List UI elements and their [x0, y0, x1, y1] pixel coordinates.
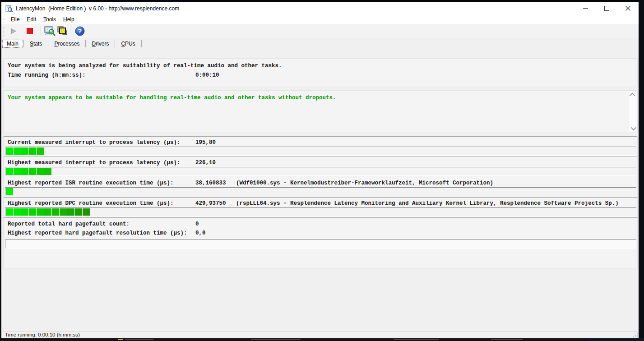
close-icon: [625, 6, 630, 11]
resize-grip[interactable]: [633, 333, 638, 337]
pagefault-stats-block: Reported total hard pagefault count: 0 H…: [4, 217, 637, 250]
suitability-message-panel: Your system appears to be suitable for h…: [3, 90, 638, 133]
maximize-button[interactable]: [596, 2, 617, 15]
pagefault-time-value: 0,0: [195, 230, 206, 236]
bar-segment: [37, 147, 44, 155]
chevron-down-icon: [631, 125, 637, 131]
time-running-label: Time running (h:mm:ss):: [8, 72, 86, 78]
taskbar-fragment: [394, 339, 439, 340]
latency-bar: [5, 207, 636, 217]
analysis-status-text: Your system is being analyzed for suitab…: [8, 63, 282, 69]
pagefault-count-label: Reported total hard pagefault count:: [8, 221, 130, 227]
message-scrollbar[interactable]: [629, 91, 637, 132]
scroll-down-button[interactable]: [629, 124, 637, 132]
taskbar-fragment: [118, 339, 123, 340]
taskbar-fragment: [125, 339, 153, 340]
stop-icon: [27, 28, 33, 34]
bar-segment: [6, 208, 13, 216]
suitability-message: Your system appears to be suitable for h…: [8, 95, 336, 101]
bar-segment: [29, 147, 36, 155]
processors-button[interactable]: [56, 25, 69, 37]
menu-help[interactable]: Help: [60, 15, 78, 23]
status-bar: Time running: 0:00:10 (h:mm:ss): [1, 331, 639, 338]
measurement-label: Highest reported ISR routine execution t…: [8, 180, 174, 186]
bar-segment: [67, 208, 74, 216]
analysis-info-panel: Your system is being analyzed for suitab…: [3, 58, 638, 87]
tab-stats[interactable]: Stats: [24, 40, 47, 48]
taskbar-fragment: [491, 339, 523, 340]
measurement-value: 429,93750: [195, 200, 226, 207]
measurement-row-highest-latency: Highest measured interrupt to process la…: [4, 157, 637, 177]
measurements-panel: Current measured interrupt to process la…: [3, 136, 638, 268]
scroll-up-button[interactable]: [629, 91, 637, 99]
play-icon: [10, 28, 17, 34]
bar-segment: [60, 208, 67, 216]
monitor-magnifier-icon: [44, 26, 56, 37]
taskbar-fragment: [251, 339, 301, 340]
toolbar: ?: [1, 24, 639, 38]
measurement-label: Highest reported DPC routine execution t…: [8, 200, 174, 207]
latency-bar: [5, 147, 636, 156]
bar-segment: [37, 168, 44, 175]
menu-file[interactable]: File: [7, 15, 23, 23]
bar-segment: [21, 147, 28, 155]
bar-segment: [14, 208, 21, 216]
tab-separator: [48, 40, 48, 47]
bar-segment: [37, 208, 44, 216]
minimize-button[interactable]: [575, 2, 596, 15]
statusbar-text: Time running: 0:00:10 (h:mm:ss): [5, 332, 80, 337]
tab-processes[interactable]: Processes: [49, 40, 85, 48]
tab-separator: [23, 40, 24, 47]
measurement-value: 226,10: [195, 160, 216, 166]
bar-segment: [14, 147, 21, 155]
bar-segment: [29, 168, 36, 175]
tab-cpus[interactable]: CPUs: [116, 40, 140, 48]
tab-separator: [115, 40, 115, 47]
maximize-icon: [604, 6, 609, 11]
taskbar-fragment: [587, 338, 644, 341]
svg-text:?: ?: [78, 28, 82, 35]
menubar-gripper[interactable]: [3, 16, 5, 23]
pagefault-time-label: Highest reported hard pagefault resoluti…: [8, 230, 187, 236]
latencymon-window: LatencyMon (Home Edition ) v 6.00 - http…: [1, 2, 639, 338]
bar-segment: [83, 208, 90, 216]
bar-segment: [14, 168, 21, 175]
tab-separator: [85, 40, 86, 47]
desktop-edge-right: [639, 0, 644, 338]
toolbar-gripper[interactable]: [3, 25, 5, 37]
stacked-windows-icon: [56, 26, 68, 37]
help-button[interactable]: ?: [74, 25, 86, 37]
measurement-value: 38,160833: [195, 180, 226, 186]
bar-segment: [6, 147, 13, 155]
measurement-label: Current measured interrupt to process la…: [8, 139, 181, 146]
help-icon: ?: [74, 26, 85, 37]
tab-main[interactable]: Main: [2, 40, 23, 48]
title-bar: LatencyMon (Home Edition ) v 6.00 - http…: [1, 2, 639, 15]
time-running-value: 0:00:10: [195, 72, 219, 78]
window-controls: [575, 2, 639, 15]
analyze-button[interactable]: [43, 25, 56, 37]
bar-segment: [6, 168, 13, 175]
bar-segment: [44, 168, 51, 175]
pagefault-count-value: 0: [195, 221, 199, 227]
tab-bar: Main Stats Processes Drivers CPUs: [1, 38, 639, 49]
bar-segment: [21, 168, 28, 175]
chevron-up-icon: [630, 93, 635, 99]
measurement-row-isr-time: Highest reported ISR routine execution t…: [4, 177, 637, 197]
main-page: Your system is being analyzed for suitab…: [1, 49, 639, 332]
menu-edit[interactable]: Edit: [23, 15, 40, 23]
menu-bar: File Edit Tools Help: [1, 15, 639, 24]
run-button[interactable]: [7, 25, 20, 37]
toolbar-separator: [41, 26, 41, 37]
taskbar-sliver: [0, 338, 644, 341]
driver-info: (rspLLL64.sys - Resplendence Latency Mon…: [236, 200, 619, 207]
menu-tools[interactable]: Tools: [40, 15, 60, 23]
minimize-icon: [583, 8, 588, 9]
measurement-label: Highest measured interrupt to process la…: [8, 160, 181, 166]
latency-bar: [5, 187, 636, 196]
stop-button[interactable]: [23, 25, 36, 37]
close-button[interactable]: [617, 2, 639, 15]
bar-segment: [6, 188, 13, 195]
tab-drivers[interactable]: Drivers: [86, 40, 114, 48]
bar-segment: [21, 208, 28, 216]
